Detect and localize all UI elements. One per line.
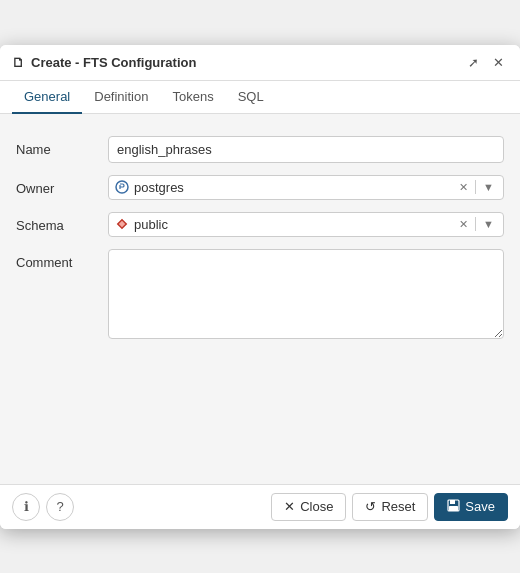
svg-rect-1 [118,220,126,228]
footer-right: ✕ Close ↺ Reset Save [271,493,508,521]
schema-clear-button[interactable]: ✕ [456,217,471,232]
owner-value: postgres [115,180,450,195]
schema-value: public [115,217,450,232]
save-icon [447,499,460,515]
svg-rect-4 [449,506,458,511]
owner-control: postgres ✕ ▼ [108,175,504,200]
dialog-close-button[interactable]: ✕ [489,53,508,72]
schema-row: Schema public ✕ ▼ [0,206,520,243]
comment-row: Comment [0,243,520,348]
name-control [108,136,504,163]
tab-general[interactable]: General [12,81,82,114]
owner-row: Owner postgres ✕ [0,169,520,206]
help-button[interactable]: ? [46,493,74,521]
owner-clear-button[interactable]: ✕ [456,180,471,195]
dialog-title: 🗋 Create - FTS Configuration [12,55,196,70]
tab-definition[interactable]: Definition [82,81,160,114]
schema-select[interactable]: public ✕ ▼ [108,212,504,237]
owner-dropdown-button[interactable]: ▼ [480,180,497,194]
form-body: Name Owner postgres [0,114,520,484]
save-label: Save [465,499,495,514]
schema-diamond-icon [115,217,129,231]
document-icon: 🗋 [12,55,25,70]
reset-button[interactable]: ↺ Reset [352,493,428,521]
name-input[interactable] [108,136,504,163]
schema-divider [475,217,476,231]
schema-text: public [134,217,168,232]
name-label: Name [16,136,96,157]
dialog-title-icons: ➚ ✕ [464,53,508,72]
dialog: 🗋 Create - FTS Configuration ➚ ✕ General… [0,45,520,529]
reset-label: Reset [381,499,415,514]
schema-actions: ✕ ▼ [456,217,497,232]
info-icon: ℹ [24,499,29,514]
close-x-icon: ✕ [284,499,295,514]
comment-label: Comment [16,249,96,270]
owner-select[interactable]: postgres ✕ ▼ [108,175,504,200]
tab-sql[interactable]: SQL [226,81,276,114]
close-label: Close [300,499,333,514]
owner-label: Owner [16,175,96,196]
comment-control [108,249,504,342]
dialog-titlebar: 🗋 Create - FTS Configuration ➚ ✕ [0,45,520,81]
comment-textarea[interactable] [108,249,504,339]
help-icon: ? [56,499,63,514]
name-row: Name [0,130,520,169]
tab-tokens[interactable]: Tokens [160,81,225,114]
close-button[interactable]: ✕ Close [271,493,346,521]
dialog-title-text: Create - FTS Configuration [31,55,196,70]
expand-button[interactable]: ➚ [464,53,483,72]
schema-control: public ✕ ▼ [108,212,504,237]
owner-text: postgres [134,180,184,195]
reset-icon: ↺ [365,499,376,514]
postgres-icon [115,180,129,194]
svg-rect-3 [450,500,455,504]
owner-divider [475,180,476,194]
save-button[interactable]: Save [434,493,508,521]
tabs-bar: General Definition Tokens SQL [0,81,520,114]
form-spacer [0,348,520,468]
footer-left: ℹ ? [12,493,74,521]
schema-label: Schema [16,212,96,233]
info-button[interactable]: ℹ [12,493,40,521]
owner-actions: ✕ ▼ [456,180,497,195]
dialog-footer: ℹ ? ✕ Close ↺ Reset [0,484,520,529]
schema-dropdown-button[interactable]: ▼ [480,217,497,231]
